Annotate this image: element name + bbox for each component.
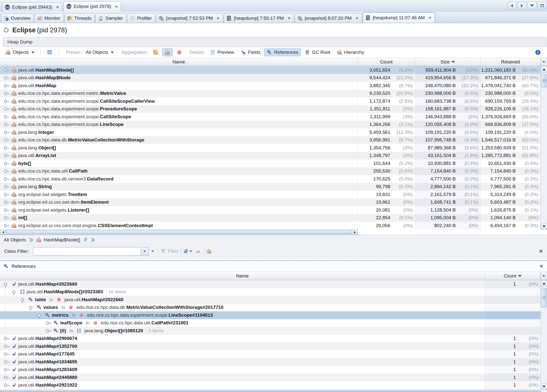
heap-table-row[interactable]: edu.rice.cs.hpc.data.util.CallPath255,53… bbox=[0, 167, 541, 175]
scroll-up-button[interactable] bbox=[541, 66, 547, 73]
filter-history-icon[interactable] bbox=[152, 251, 154, 252]
reference-row[interactable]: leafScopeinedu.rice.cs.hpc.data.util.Cal… bbox=[0, 319, 541, 327]
reference-row[interactable]: java.util.HashMap#12816091(0%) bbox=[0, 366, 541, 374]
column-header-retained[interactable]: Retained bbox=[481, 58, 541, 66]
class-filter-dropdown-button[interactable] bbox=[141, 247, 148, 255]
column-header-name[interactable]: Name bbox=[0, 272, 485, 280]
expand-handle-icon[interactable] bbox=[3, 383, 10, 387]
objects-dropdown-button[interactable]: Objects bbox=[3, 48, 37, 56]
heap-table-row[interactable]: java.lang.String99,798(0.2%)2,894,142 B(… bbox=[0, 183, 541, 191]
view-tab[interactable]: Threads bbox=[64, 13, 95, 23]
reference-row[interactable]: java.util.HashMap#24458801(0%) bbox=[0, 373, 541, 381]
heap-table-vscrollbar[interactable] bbox=[541, 66, 547, 230]
aggregation-packages-button[interactable] bbox=[150, 48, 161, 56]
heap-table-row[interactable]: org.eclipse.e4.ui.css.core.impl.engine.C… bbox=[0, 222, 541, 230]
expand-handle-icon[interactable] bbox=[3, 169, 10, 173]
aggregation-classes-button[interactable] bbox=[162, 48, 173, 56]
heap-table-row[interactable]: int[]22,854(0.1%)1,095,004 B(0%)1,094,14… bbox=[0, 214, 541, 222]
tab-close-icon[interactable]: ✕ bbox=[355, 16, 358, 20]
view-tab[interactable]: Profiler bbox=[127, 13, 155, 23]
breadcrumb-root[interactable]: All Objects bbox=[4, 237, 26, 243]
expand-handle-icon[interactable] bbox=[3, 352, 10, 356]
expand-handle-icon[interactable] bbox=[28, 305, 35, 310]
reference-row[interactable]: java.util.HashMap#1776451(0%) bbox=[0, 350, 541, 358]
scrollbar-thumb[interactable] bbox=[6, 230, 352, 234]
expand-handle-icon[interactable] bbox=[11, 290, 18, 294]
view-tab[interactable]: [heapdump] 11:07:46 AM✕ bbox=[363, 12, 435, 23]
expand-handle-icon[interactable] bbox=[3, 360, 10, 364]
references-vscrollbar[interactable] bbox=[541, 280, 547, 392]
pin-icon[interactable] bbox=[82, 237, 88, 243]
expand-handle-icon[interactable] bbox=[45, 329, 52, 333]
tab-close-icon[interactable]: ✕ bbox=[115, 5, 118, 8]
expand-handle-icon[interactable] bbox=[3, 161, 10, 166]
heap-table-hscrollbar[interactable] bbox=[0, 230, 358, 235]
hierarchy-button[interactable]: Hierarchy bbox=[334, 48, 367, 56]
scroll-down-button[interactable] bbox=[541, 223, 547, 230]
match-case-icon[interactable]: aA bbox=[196, 249, 201, 254]
heap-table-row[interactable]: edu.rice.cs.hpc.data.db.version3.DataRec… bbox=[0, 175, 541, 183]
reference-row[interactable]: [0]injava.lang.Object[]#1085120: 3 items bbox=[0, 327, 541, 335]
expand-handle-icon[interactable] bbox=[3, 216, 10, 220]
expand-handle-icon[interactable] bbox=[3, 223, 10, 228]
expand-handle-icon[interactable] bbox=[3, 115, 10, 119]
expand-handle-icon[interactable] bbox=[3, 208, 10, 212]
view-tab[interactable]: iOverview bbox=[1, 13, 34, 23]
tab-close-icon[interactable]: ✕ bbox=[429, 16, 432, 20]
scroll-down-button[interactable] bbox=[541, 383, 547, 390]
window-tab[interactable]: Eclipse (pid 2978)✕ bbox=[63, 1, 121, 11]
column-options-button[interactable] bbox=[541, 58, 547, 66]
view-tab[interactable]: [heapdump] 7:55:17 PM✕ bbox=[224, 13, 294, 23]
view-tab[interactable]: Monitor bbox=[35, 13, 63, 23]
expand-handle-icon[interactable] bbox=[3, 153, 10, 158]
heap-table-row[interactable]: edu.rice.cs.hpc.data.experiment.scope.Li… bbox=[0, 121, 541, 129]
gc-root-button[interactable]: GC Root bbox=[302, 48, 333, 56]
column-header-count[interactable]: Count bbox=[358, 58, 415, 66]
reference-row[interactable]: metricsinedu.rice.cs.hpc.data.experiment… bbox=[0, 311, 541, 319]
view-tab[interactable]: [snapshot] 7:52:53 PM✕ bbox=[156, 13, 223, 23]
heap-table-row[interactable]: edu.rice.cs.hpc.data.experiment.metric.M… bbox=[0, 90, 541, 98]
scrollbar-thumb[interactable] bbox=[541, 288, 547, 307]
report-button[interactable] bbox=[44, 48, 55, 56]
expand-handle-icon[interactable] bbox=[3, 146, 10, 150]
expand-handle-icon[interactable] bbox=[3, 91, 10, 96]
expand-handle-icon[interactable] bbox=[3, 344, 10, 349]
expand-handle-icon[interactable] bbox=[37, 313, 43, 317]
scroll-tabs-right-button[interactable] bbox=[517, 2, 526, 9]
heap-table-row[interactable]: org.eclipse.swt.widgets.TreeItem19,831(0… bbox=[0, 191, 541, 198]
scroll-right-button[interactable] bbox=[352, 230, 357, 235]
expand-handle-icon[interactable] bbox=[3, 76, 10, 80]
reference-row[interactable]: java.util.HashMap#13527001(0%) bbox=[0, 342, 541, 350]
tab-list-button[interactable] bbox=[527, 2, 536, 9]
expand-handle-icon[interactable] bbox=[20, 297, 27, 302]
tab-close-icon[interactable]: ✕ bbox=[56, 5, 59, 9]
view-tab[interactable]: [snapshot] 8:07:20 PM✕ bbox=[295, 13, 362, 23]
scroll-tabs-left-button[interactable] bbox=[507, 2, 516, 9]
filter-type-icon[interactable] bbox=[183, 249, 189, 254]
heap-table-row[interactable]: org.eclipse.e4.ui.css.swt.dom.ItemElemen… bbox=[0, 198, 541, 206]
info-icon[interactable] bbox=[535, 50, 541, 55]
heap-table-row[interactable]: java.util.HashMap$Node[]3,651,654(8.2%)5… bbox=[0, 66, 541, 74]
expand-handle-icon[interactable] bbox=[3, 130, 10, 135]
class-filter-input[interactable] bbox=[33, 247, 141, 255]
column-header-size[interactable]: Size bbox=[415, 58, 481, 66]
preset-dropdown-button[interactable]: All Objects bbox=[83, 48, 117, 56]
heap-table-row[interactable]: java.util.ArrayList1,348,797(3%)43,161,5… bbox=[0, 152, 541, 160]
tab-close-icon[interactable]: ✕ bbox=[288, 16, 291, 20]
heap-table-row[interactable]: edu.rice.cs.hpc.data.experiment.scope.Pr… bbox=[0, 105, 541, 113]
expand-handle-icon[interactable] bbox=[3, 83, 10, 88]
tab-close-icon[interactable]: ✕ bbox=[216, 16, 220, 20]
expand-handle-icon[interactable] bbox=[3, 192, 10, 197]
filter-button[interactable]: Filter bbox=[168, 249, 178, 254]
heap-table-row[interactable]: edu.rice.cs.hpc.data.experiment.scope.Ca… bbox=[0, 97, 541, 105]
references-hscrollbar[interactable] bbox=[0, 390, 541, 392]
reference-row[interactable]: tableinjava.util.HashMap#2022660 bbox=[0, 296, 541, 304]
reference-row[interactable]: java.util.HashMap#20226601(0%) bbox=[0, 280, 541, 288]
column-header-name[interactable]: Name bbox=[0, 58, 358, 66]
fields-button[interactable]: Fields bbox=[238, 48, 263, 56]
preview-button[interactable]: Preview bbox=[208, 48, 237, 56]
expand-handle-icon[interactable] bbox=[3, 336, 10, 341]
expand-handle-icon[interactable] bbox=[3, 138, 10, 142]
expand-handle-icon[interactable] bbox=[3, 107, 10, 111]
reference-row[interactable]: java.util.HashMap$Node[]#2023383: 16 ite… bbox=[0, 288, 541, 296]
